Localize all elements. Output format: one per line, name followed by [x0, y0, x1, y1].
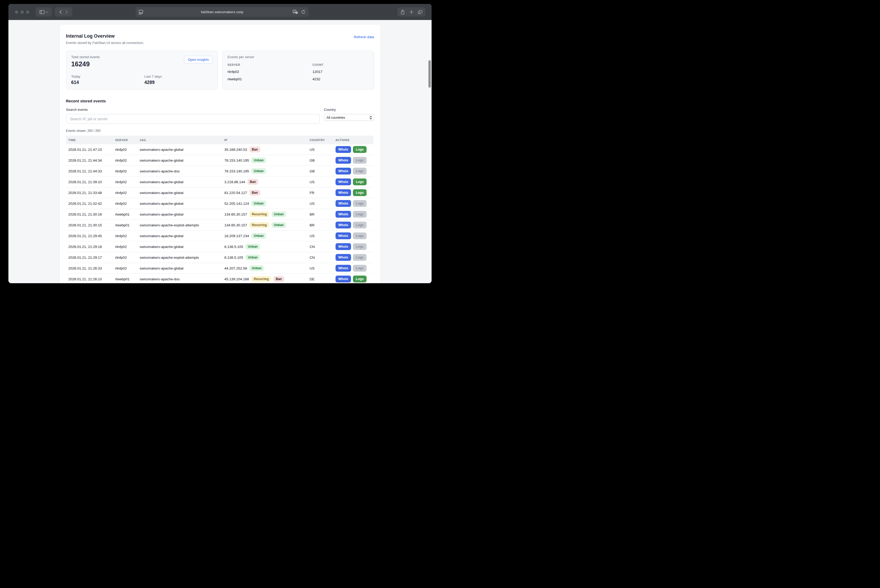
- whois-button[interactable]: Whois: [336, 189, 351, 196]
- event-server: rlinfp02: [115, 180, 140, 184]
- server-column-header: SERVER: [228, 63, 313, 66]
- logs-button[interactable]: Logs: [353, 265, 367, 272]
- page-settings-icon[interactable]: [139, 10, 143, 15]
- tab-overview-icon[interactable]: [418, 10, 422, 14]
- event-actions: Whois Logs: [336, 178, 373, 185]
- table-row: 2026.01.21, 21:26:10 rlwebp01 swissmaker…: [66, 274, 373, 283]
- event-jail: swissmakers-apache-global: [140, 180, 225, 184]
- whois-button[interactable]: Whois: [336, 146, 351, 153]
- event-server: rlinfp02: [115, 234, 140, 238]
- close-window-button[interactable]: [15, 10, 18, 14]
- last7-stat: Last 7 days 4289: [144, 75, 213, 85]
- new-tab-plus-icon[interactable]: [409, 10, 414, 14]
- whois-button[interactable]: Whois: [336, 232, 351, 239]
- browser-titlebar: fail2ban.swissmakers.corp A x: [8, 4, 432, 20]
- logs-button[interactable]: Logs: [353, 243, 367, 250]
- event-time: 2026.01.21, 21:29:18: [66, 245, 115, 249]
- logs-button[interactable]: Logs: [353, 157, 367, 164]
- col-header-server: SERVER: [115, 138, 140, 142]
- back-button[interactable]: [59, 10, 62, 14]
- logs-button[interactable]: Logs: [353, 200, 367, 207]
- logs-button[interactable]: Logs: [353, 222, 367, 228]
- col-header-jail: JAIL: [140, 138, 225, 142]
- event-ip-cell: 52.205.141.124 Unban: [225, 201, 310, 206]
- forward-button[interactable]: [65, 10, 68, 14]
- search-events-label: Search events: [66, 108, 320, 112]
- event-time: 2026.01.21, 21:44:33: [66, 169, 115, 173]
- page-header: Internal Log Overview Events stored by F…: [66, 33, 374, 45]
- unban-badge: Unban: [251, 201, 266, 206]
- share-icon[interactable]: [400, 9, 405, 15]
- event-country: US: [310, 266, 336, 270]
- event-actions: Whois Logs: [336, 243, 373, 250]
- whois-button[interactable]: Whois: [336, 211, 351, 218]
- event-time: 2026.01.21, 21:26:10: [66, 277, 115, 281]
- table-row: 2026.01.21, 21:29:17 rlinfp02 swissmaker…: [66, 252, 373, 263]
- ban-badge: Ban: [273, 276, 284, 282]
- today-label: Today: [71, 75, 144, 78]
- logs-button[interactable]: Logs: [353, 211, 367, 218]
- event-time: 2026.01.21, 21:39:10: [66, 180, 115, 184]
- server-count: 4232: [313, 77, 369, 81]
- recent-events-heading: Recent stored events: [66, 99, 374, 103]
- logs-button[interactable]: Logs: [353, 146, 367, 153]
- url-bar[interactable]: fail2ban.swissmakers.corp A x: [135, 7, 309, 17]
- whois-button[interactable]: Whois: [336, 178, 351, 185]
- logs-button[interactable]: Logs: [353, 189, 367, 196]
- event-jail: swissmakers-apache-dos: [140, 169, 225, 173]
- translate-icon[interactable]: A x: [292, 10, 298, 15]
- event-country: CN: [310, 245, 336, 249]
- svg-text:A: A: [294, 10, 295, 13]
- event-time: 2026.01.21, 21:26:33: [66, 266, 115, 270]
- refresh-data-link[interactable]: Refresh data: [354, 35, 374, 39]
- event-country: US: [310, 148, 336, 152]
- chevron-down-icon: [45, 11, 48, 13]
- last7-label: Last 7 days: [144, 75, 213, 78]
- nav-buttons: [55, 8, 72, 16]
- whois-button[interactable]: Whois: [336, 265, 351, 272]
- server-name: rlinfp02: [228, 70, 313, 74]
- col-header-actions: ACTIONS: [336, 138, 373, 142]
- event-server: rlwebp01: [115, 212, 140, 216]
- logs-button[interactable]: Logs: [353, 232, 367, 239]
- whois-button[interactable]: Whois: [336, 243, 351, 250]
- whois-button[interactable]: Whois: [336, 254, 351, 261]
- zoom-window-button[interactable]: [26, 10, 29, 14]
- table-row: 2026.01.21, 21:44:33 rlinfp02 swissmaker…: [66, 166, 373, 177]
- event-country: BR: [310, 212, 336, 216]
- event-ip: 81.220.54.127: [225, 191, 247, 195]
- event-actions: Whois Logs: [336, 276, 373, 282]
- search-input[interactable]: [66, 114, 320, 124]
- event-time: 2026.01.21, 21:33:48: [66, 191, 115, 195]
- reload-icon[interactable]: [301, 10, 306, 14]
- unban-badge: Unban: [246, 244, 260, 249]
- logs-button[interactable]: Logs: [353, 168, 367, 174]
- unban-badge: Unban: [251, 233, 266, 239]
- unban-badge: Unban: [251, 158, 266, 163]
- whois-button[interactable]: Whois: [336, 276, 351, 282]
- logs-button[interactable]: Logs: [353, 178, 367, 185]
- logs-button[interactable]: Logs: [353, 276, 367, 282]
- country-label: Country: [324, 108, 374, 112]
- logs-button[interactable]: Logs: [353, 254, 367, 261]
- event-ip-cell: 44.207.252.58 Unban: [225, 265, 310, 271]
- count-column-header: COUNT: [313, 63, 369, 66]
- event-ip: 3.216.86.144: [225, 180, 245, 184]
- whois-button[interactable]: Whois: [336, 168, 351, 174]
- whois-button[interactable]: Whois: [336, 222, 351, 228]
- country-select[interactable]: All countries: [324, 114, 374, 121]
- event-ip: 78.153.140.195: [225, 169, 249, 173]
- whois-button[interactable]: Whois: [336, 157, 351, 164]
- open-insights-button[interactable]: Open insights: [184, 56, 213, 63]
- minimize-window-button[interactable]: [21, 10, 24, 14]
- whois-button[interactable]: Whois: [336, 200, 351, 207]
- sidebar-toggle-button[interactable]: [36, 8, 52, 16]
- today-stat: Today 614: [71, 75, 144, 85]
- scrollbar-thumb[interactable]: [429, 60, 431, 88]
- page-subtitle: Events stored by Fail2ban-UI across all …: [66, 41, 144, 45]
- event-jail: swissmakers-apache-dos: [140, 277, 225, 281]
- unban-badge: Unban: [246, 255, 260, 260]
- event-server: rlinfp02: [115, 202, 140, 206]
- event-actions: Whois Logs: [336, 189, 373, 196]
- table-row: 2026.01.21, 21:33:48 rlinfp02 swissmaker…: [66, 188, 373, 198]
